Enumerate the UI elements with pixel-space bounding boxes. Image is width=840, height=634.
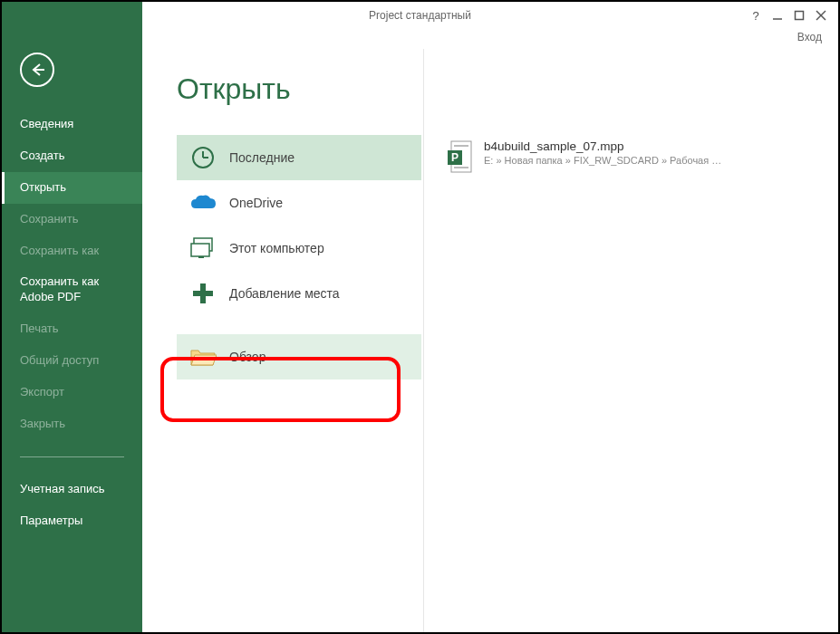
- plus-icon: [189, 280, 217, 307]
- page-title: Открыть: [177, 72, 423, 106]
- back-button[interactable]: [20, 53, 54, 87]
- window-title: Project стандартный: [369, 9, 471, 22]
- place-label: Последние: [229, 150, 294, 165]
- place-recent[interactable]: Последние: [177, 135, 421, 180]
- signin-link[interactable]: Вход: [797, 31, 822, 43]
- onedrive-icon: [189, 189, 217, 216]
- place-onedrive[interactable]: OneDrive: [177, 180, 421, 226]
- recent-file[interactable]: P b4ubuild_sample_07.mpp E: » Новая папк…: [446, 139, 820, 176]
- sidebar-item-print: Печать: [2, 313, 142, 345]
- place-label: OneDrive: [229, 196, 283, 210]
- sidebar-item-new[interactable]: Создать: [2, 140, 142, 172]
- close-button[interactable]: [811, 5, 831, 25]
- sidebar-item-saveas: Сохранить как: [2, 235, 142, 267]
- project-file-icon: P: [446, 139, 475, 176]
- sidebar-item-account[interactable]: Учетная запись: [2, 474, 142, 505]
- sidebar-item-share: Общий доступ: [2, 345, 142, 377]
- svg-rect-17: [454, 167, 468, 168]
- place-label: Этот компьютер: [229, 241, 324, 255]
- sidebar-item-export: Экспорт: [2, 377, 142, 408]
- place-browse[interactable]: Обзор: [177, 334, 421, 379]
- computer-icon: [189, 235, 217, 262]
- place-label: Обзор: [229, 350, 266, 364]
- clock-icon: [189, 144, 217, 171]
- file-name: b4ubuild_sample_07.mpp: [484, 139, 721, 153]
- folder-icon: [189, 343, 217, 370]
- sidebar-item-save: Сохранить: [2, 204, 142, 235]
- svg-text:P: P: [451, 151, 459, 164]
- maximize-button[interactable]: [789, 5, 809, 25]
- sidebar-item-close: Закрыть: [2, 408, 142, 440]
- svg-rect-12: [193, 291, 213, 296]
- minimize-button[interactable]: [768, 5, 787, 25]
- place-label: Добавление места: [229, 286, 340, 301]
- sidebar-item-info[interactable]: Сведения: [2, 109, 142, 140]
- file-path: E: » Новая папка » FIX_RW_SDCARD » Рабоч…: [484, 155, 721, 166]
- sidebar-item-open[interactable]: Открыть: [2, 172, 142, 204]
- svg-rect-10: [198, 256, 204, 258]
- place-add[interactable]: Добавление места: [177, 271, 421, 316]
- svg-rect-16: [454, 145, 468, 147]
- svg-rect-9: [191, 244, 209, 256]
- sidebar-item-options[interactable]: Параметры: [2, 505, 142, 537]
- svg-rect-1: [796, 12, 804, 20]
- sidebar-item-saveas-pdf[interactable]: Сохранить как Adobe PDF: [2, 266, 142, 313]
- place-computer[interactable]: Этот компьютер: [177, 226, 421, 271]
- help-button[interactable]: ?: [746, 5, 766, 25]
